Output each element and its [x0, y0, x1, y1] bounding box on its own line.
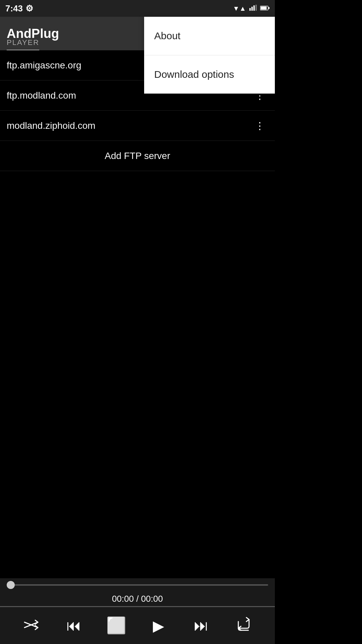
server-name-3: modland.ziphoid.com	[7, 120, 96, 131]
svg-rect-5	[261, 6, 267, 9]
shuffle-icon	[23, 617, 39, 634]
settings-icon: ⚙	[25, 3, 33, 14]
repeat-icon	[236, 617, 252, 634]
time-display-player: 00:00 / 00:00	[0, 592, 275, 606]
player-controls: 00:00 / 00:00 ⏮ ⬜ ▶	[0, 578, 275, 644]
add-ftp-server-button[interactable]: Add FTP server	[0, 141, 275, 171]
next-button[interactable]: ⏭	[188, 612, 215, 639]
status-bar: 7:43 ⚙ ▼▲	[0, 0, 275, 17]
server-name-2: ftp.modland.com	[7, 90, 76, 101]
svg-rect-3	[255, 5, 257, 11]
menu-about[interactable]: About	[144, 17, 275, 55]
progress-bar-container[interactable]	[0, 578, 275, 592]
menu-download-options[interactable]: Download options	[144, 55, 275, 94]
signal-icon	[249, 5, 257, 12]
dropdown-menu: About Download options	[144, 17, 275, 94]
svg-rect-6	[268, 7, 269, 9]
status-left: 7:43 ⚙	[5, 3, 33, 14]
next-icon: ⏭	[194, 617, 208, 634]
previous-button[interactable]: ⏮	[60, 612, 87, 639]
play-icon: ▶	[153, 617, 164, 634]
stop-button[interactable]: ⬜	[103, 612, 130, 639]
repeat-button[interactable]	[230, 612, 257, 639]
progress-track[interactable]	[7, 584, 268, 586]
status-right: ▼▲	[233, 5, 269, 12]
time-display: 7:43	[5, 3, 23, 14]
list-item[interactable]: modland.ziphoid.com ⋮	[0, 111, 275, 141]
progress-thumb	[7, 581, 15, 589]
svg-rect-1	[251, 7, 253, 11]
player-tab[interactable]: PLAYER	[7, 38, 39, 50]
add-server-label: Add FTP server	[105, 151, 170, 161]
svg-rect-2	[253, 5, 255, 11]
controls-row: ⏮ ⬜ ▶ ⏭	[0, 607, 275, 644]
svg-rect-0	[249, 8, 251, 11]
server-name-1: ftp.amigascne.org	[7, 60, 81, 71]
content-area: ftp.amigascne.org ⋮ ftp.modland.com ⋮ mo…	[0, 50, 275, 433]
previous-icon: ⏮	[66, 617, 81, 634]
top-bar: AndPlug PLAYER About Download options	[0, 17, 275, 50]
stop-icon: ⬜	[106, 616, 126, 635]
play-button[interactable]: ▶	[145, 612, 172, 639]
wifi-icon: ▼▲	[233, 5, 246, 12]
tab-bar: PLAYER	[0, 30, 141, 50]
shuffle-button[interactable]	[18, 612, 45, 639]
battery-icon	[260, 5, 269, 12]
empty-area	[0, 171, 275, 433]
more-icon-3[interactable]: ⋮	[251, 116, 268, 135]
